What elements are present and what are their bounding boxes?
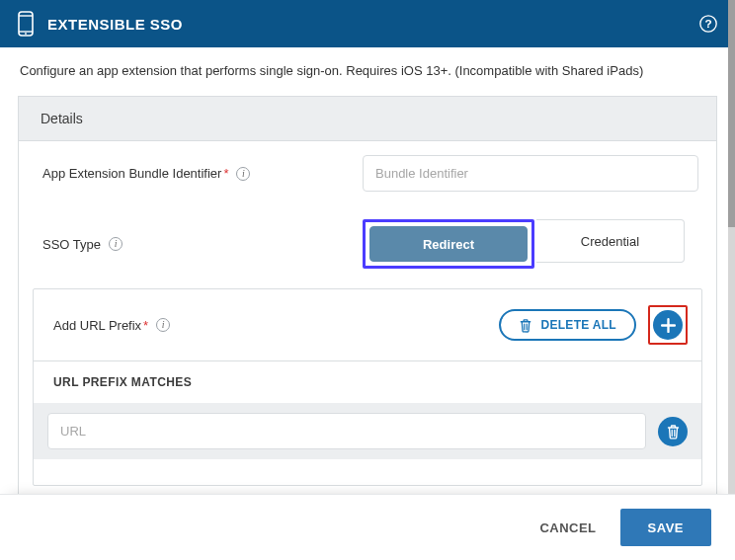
info-icon[interactable]: i [156,318,170,332]
bundle-id-row: App Extension Bundle Identifier * i [19,141,716,205]
trash-icon [666,424,681,440]
redirect-highlight-box: Redirect [363,219,534,269]
sso-type-credential-button[interactable]: Credential [536,219,685,263]
dialog-footer: CANCEL SAVE [0,494,735,560]
scrollbar-track[interactable] [728,0,735,494]
details-panel: Details App Extension Bundle Identifier … [18,96,717,494]
device-icon [16,10,36,38]
url-prefix-row [34,403,701,459]
save-button[interactable]: SAVE [620,509,711,546]
sso-type-row: SSO Type i Redirect Credential [19,205,716,282]
sso-type-toggle: Redirect Credential [363,219,698,269]
cancel-button[interactable]: CANCEL [533,511,602,545]
url-prefix-header: Add URL Prefix * i DELETE ALL [34,289,701,360]
info-icon[interactable]: i [109,237,122,251]
url-prefix-input[interactable] [47,413,646,449]
delete-all-button[interactable]: DELETE ALL [499,309,636,341]
plus-icon [660,317,677,334]
url-prefix-panel: Add URL Prefix * i DELETE ALL [33,288,702,486]
content-scroll: Configure an app extension that performs… [0,47,735,494]
description-text: Configure an app extension that performs… [0,47,735,96]
dialog-header: EXTENSIBLE SSO ? [0,0,735,47]
svg-point-3 [25,33,27,35]
required-asterisk: * [143,318,148,333]
sso-type-label-wrap: SSO Type i [37,237,363,252]
url-prefix-label: Add URL Prefix [53,318,141,333]
panel-title: Details [19,97,716,141]
svg-text:?: ? [704,17,711,31]
delete-all-label: DELETE ALL [540,318,616,332]
delete-row-button[interactable] [658,417,688,446]
help-icon[interactable]: ? [697,13,719,35]
bundle-id-label: App Extension Bundle Identifier [42,166,221,181]
sso-type-redirect-button[interactable]: Redirect [369,226,528,262]
url-matches-label: URL PREFIX MATCHES [34,360,701,403]
add-highlight-box [648,305,688,345]
info-icon[interactable]: i [236,167,250,181]
scrollbar-thumb[interactable] [728,0,735,227]
bundle-id-input[interactable] [363,155,698,192]
sso-type-label: SSO Type [42,237,101,252]
bundle-id-label-wrap: App Extension Bundle Identifier * i [37,166,363,181]
add-url-button[interactable] [653,310,683,340]
trash-icon [519,318,532,333]
required-asterisk: * [223,166,228,181]
url-prefix-label-wrap: Add URL Prefix * i [47,318,499,333]
dialog-title: EXTENSIBLE SSO [47,16,697,33]
